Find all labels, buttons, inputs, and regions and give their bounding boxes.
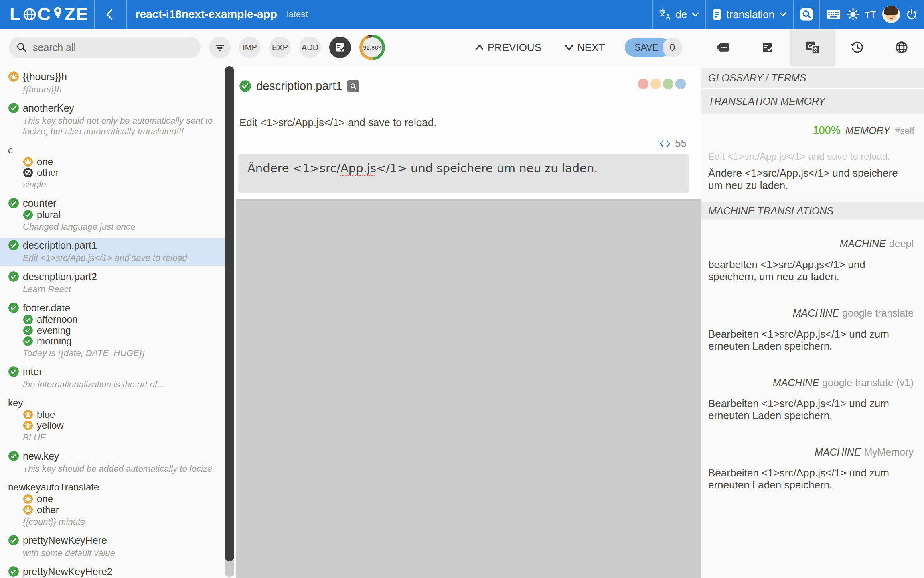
- inspect-key-button[interactable]: [347, 80, 359, 92]
- history-icon: [850, 41, 864, 54]
- machine-translation-entry[interactable]: MACHINEdeepl bearbeiten <1>src/App.js</1…: [708, 238, 914, 283]
- code-tags-icon[interactable]: [659, 139, 671, 148]
- previous-button[interactable]: PREVIOUS: [472, 41, 544, 54]
- editor-key-name: description.part1: [256, 79, 342, 93]
- search-input[interactable]: [32, 41, 196, 54]
- machine-translation-entry[interactable]: MACHINEgoogle translate Bearbeiten <1>sr…: [708, 307, 914, 352]
- status-dot[interactable]: [663, 79, 673, 89]
- key-child-row[interactable]: morning: [23, 336, 225, 346]
- sidebar-scrollbar-track[interactable]: [225, 66, 234, 577]
- tab-review[interactable]: [745, 29, 790, 66]
- key-default-value: This key should be added automatically t…: [23, 463, 215, 474]
- key-default-value: the internationalization is the art of..…: [23, 379, 215, 390]
- key-label: description.part2: [23, 271, 97, 283]
- key-child-label: morning: [37, 336, 72, 347]
- power-icon: [906, 8, 918, 20]
- tab-machine-translation[interactable]: G: [790, 29, 835, 66]
- tab-context[interactable]: [879, 29, 924, 66]
- key-label: prettyNewKeyHere2: [23, 566, 113, 578]
- divider: [652, 0, 653, 29]
- sidebar-key-item[interactable]: {{hours}}h{{hours}}h: [0, 69, 225, 97]
- sidebar-key-item[interactable]: interthe internationalization is the art…: [0, 364, 225, 392]
- status-dot[interactable]: [675, 79, 686, 89]
- check-circle-icon: [23, 336, 33, 346]
- memory-match-percent: 100%: [813, 124, 841, 137]
- sidebar-key-item[interactable]: description.part2Learn React: [0, 269, 225, 297]
- machine-label: MACHINE: [793, 307, 839, 319]
- sidebar-key-item[interactable]: prettyNewKeyHerewith some default value: [0, 533, 225, 561]
- user-avatar[interactable]: [882, 6, 900, 23]
- sidebar-key-item[interactable]: coneothersingle: [0, 142, 225, 192]
- key-child-label: one: [37, 493, 53, 505]
- sidebar-key-item[interactable]: keyblueyellowBLUE: [0, 395, 225, 445]
- import-button[interactable]: IMP: [239, 37, 261, 58]
- sidebar-key-item[interactable]: prettyNewKeyHere2with some default value: [0, 564, 225, 578]
- check-circle-icon: [239, 80, 251, 92]
- sidebar-key-item[interactable]: footer.dateafternooneveningmorningToday …: [0, 300, 225, 361]
- export-button[interactable]: EXP: [269, 37, 291, 58]
- key-child-label: other: [37, 167, 59, 178]
- key-child-row[interactable]: one: [23, 493, 225, 504]
- key-default-value: {{hours}}h: [23, 84, 215, 95]
- status-dot[interactable]: [638, 79, 648, 89]
- key-child-row[interactable]: evening: [23, 325, 225, 336]
- contrast-toggle-button[interactable]: [847, 8, 859, 21]
- check-circle-icon: [8, 566, 19, 577]
- logo-letter: C: [38, 4, 52, 25]
- keyboard-shortcuts-button[interactable]: [826, 8, 841, 20]
- search-icon: [350, 83, 357, 90]
- chevron-down-icon: [691, 10, 700, 19]
- status-dot[interactable]: [650, 79, 661, 89]
- key-default-value: This key should not only be automaticall…: [23, 115, 215, 137]
- text-size-button[interactable]: тT: [865, 9, 877, 20]
- translation-textarea[interactable]: Ändere <1>src/App.js</1> und speichere u…: [238, 154, 689, 193]
- sidebar-key-item[interactable]: description.part1Edit <1>src/App.js</1> …: [0, 238, 225, 266]
- sidebar-key-item[interactable]: new.keyThis key should be added automati…: [0, 448, 225, 476]
- back-button[interactable]: [95, 0, 126, 29]
- sidebar-key-item[interactable]: counterpluralChanged language just once: [0, 195, 225, 234]
- add-key-button[interactable]: ADD: [299, 37, 321, 58]
- comment-icon: [716, 41, 730, 53]
- key-child-row[interactable]: yellow: [23, 420, 225, 431]
- tab-comments[interactable]: [701, 29, 745, 66]
- machine-translation-entry[interactable]: MACHINEgoogle translate (v1) Bearbeiten …: [708, 377, 914, 421]
- globe-o-icon: [23, 8, 36, 21]
- key-child-row[interactable]: one: [23, 156, 225, 167]
- map-pin-icon: [53, 6, 63, 23]
- next-button[interactable]: NEXT: [561, 41, 607, 54]
- key-group-label: newkeyautoTranslate: [8, 482, 99, 493]
- logout-button[interactable]: [906, 8, 918, 20]
- progress-value: 92.86: [363, 44, 378, 51]
- keyboard-icon: [826, 8, 841, 20]
- language-selector[interactable]: de: [659, 8, 700, 21]
- filter-button[interactable]: [209, 37, 231, 58]
- key-child-row[interactable]: other: [23, 504, 225, 515]
- key-child-row[interactable]: plural: [23, 209, 225, 220]
- key-child-label: plural: [37, 209, 61, 220]
- sidebar-scrollbar-thumb[interactable]: [225, 66, 234, 561]
- sidebar-key-item[interactable]: anotherKeyThis key should not only be au…: [0, 100, 225, 139]
- key-list: {{hours}}h{{hours}}hanotherKeyThis key s…: [0, 66, 225, 578]
- logo-letter: L: [10, 4, 22, 25]
- tab-history[interactable]: [835, 29, 879, 66]
- key-child-label: blue: [37, 409, 55, 420]
- search-icon: [16, 42, 27, 53]
- key-child-label: afternoon: [37, 314, 77, 325]
- key-child-row[interactable]: blue: [23, 409, 225, 420]
- namespace-selector[interactable]: translation: [712, 8, 787, 21]
- focus-search-button[interactable]: [799, 7, 814, 22]
- review-tasks-button[interactable]: [329, 37, 351, 58]
- sidebar-key-item[interactable]: newkeyautoTranslateoneother{{count}} min…: [0, 480, 225, 529]
- machine-label: MACHINE: [773, 377, 819, 388]
- translation-memory-entry[interactable]: 100% MEMORY #self Edit <1>src/App.js</1>…: [701, 114, 924, 202]
- bug-icon: [23, 420, 33, 431]
- check-circle-icon: [8, 240, 19, 251]
- machine-label: MACHINE: [815, 446, 861, 458]
- chevron-down-icon: [778, 10, 787, 19]
- key-child-row[interactable]: afternoon: [23, 314, 225, 325]
- machine-translation-text: Bearbeiten <1>src/App.js</1> und zum ern…: [708, 467, 914, 491]
- key-label: prettyNewKeyHere: [23, 535, 107, 546]
- machine-translation-entry[interactable]: MACHINEMyMemory Bearbeiten <1>src/App.js…: [708, 446, 914, 491]
- key-group-label: c: [8, 144, 13, 156]
- key-child-row[interactable]: other: [23, 167, 225, 178]
